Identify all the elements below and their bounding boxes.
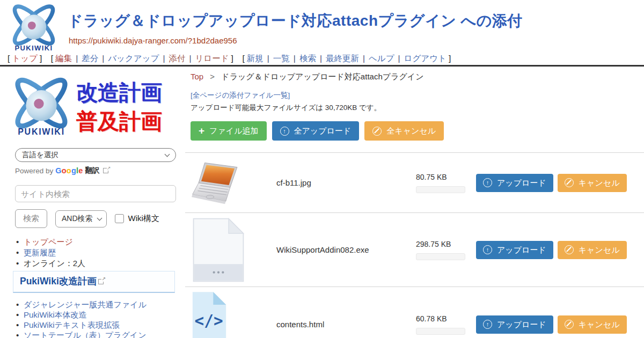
cancel-all-button[interactable]: 全キャンセル [364, 121, 444, 141]
pukiwiki-logo[interactable]: PUKIWIKI [6, 2, 61, 53]
file-row: WikiSupportAddin082.exe 298.75 KB ↑ アップロ… [185, 213, 644, 287]
nav-item-search[interactable]: 検索 [299, 54, 316, 63]
language-select-value: 言語を選択 [22, 150, 58, 160]
upload-button[interactable]: ↑ アップロード [476, 174, 553, 192]
circle-arrow-up-icon: ↑ [483, 245, 492, 254]
search-button[interactable]: 検索 [15, 209, 47, 228]
html-file-icon: </> [192, 291, 276, 338]
sidebar: PUKIWIKI 改造計画 普及計画 言語を選択 Powered by Goog… [0, 67, 185, 338]
file-size: 298.75 KB [416, 240, 476, 248]
site-search-input[interactable] [15, 185, 176, 202]
upload-toolbar: + ファイル追加 ↑ 全アップロード 全キャンセル [191, 121, 644, 141]
file-actions: ↑ アップロード キャンセル [476, 174, 644, 192]
separator: | [267, 54, 269, 63]
nav-item-help[interactable]: ヘルプ [369, 54, 394, 63]
add-files-button[interactable]: + ファイル追加 [191, 121, 267, 141]
powered-by-label: Powered by [15, 167, 53, 175]
translate-link[interactable]: 翻訳 [85, 166, 99, 175]
sidebar-link-list-top: トップページ 更新履歴 オンライン：2人 [16, 237, 185, 269]
circle-arrow-up-icon: ↑ [280, 127, 289, 136]
cancel-button[interactable]: キャンセル [558, 315, 627, 334]
logo-line-fukyu: 普及計画 [76, 107, 162, 136]
nav-item-new[interactable]: 新規 [247, 54, 264, 63]
all-attachments-link[interactable]: [全ページの添付ファイル一覧] [191, 91, 290, 100]
sidebar-item-core-mod[interactable]: PukiWiki本体改造 [24, 310, 87, 319]
breadcrumb-separator: > [210, 72, 215, 81]
bracket: [ [49, 54, 54, 63]
list-item: 更新履歴 [16, 247, 185, 258]
file-name: contents.html [276, 320, 416, 329]
upload-file-list: cf-b11.jpg 80.75 KB ↑ アップロード キャンセル [185, 152, 644, 338]
sidebar-section-header: PukiWiki改造計画 [13, 271, 175, 293]
breadcrumb: Top > ドラッグ＆ドロップアップロード対応attachプラグイン [191, 72, 644, 82]
file-actions: ↑ アップロード キャンセル [476, 315, 644, 334]
list-item: ダジャレンジャー版共通ファイル [16, 299, 185, 310]
top-navigation: [トップ] [編集|差分|バックアップ|添付|リロード] [新規|一覧|検索|最… [5, 53, 453, 64]
sidebar-item-sort-table[interactable]: ソートテーブル（表）プラグイン [24, 330, 147, 338]
page-title: ドラッグ＆ドロップアップロード対応attachプラグイン への添付 [68, 11, 523, 31]
nav-item-list[interactable]: 一覧 [273, 54, 290, 63]
upload-button[interactable]: ↑ アップロード [476, 315, 553, 334]
nav-item-top[interactable]: トップ [12, 54, 38, 63]
chevron-down-icon [165, 152, 170, 157]
list-item: オンライン：2人 [16, 258, 185, 269]
ban-icon [565, 245, 574, 254]
breadcrumb-home[interactable]: Top [191, 72, 203, 81]
search-mode-select[interactable]: AND検索 [55, 210, 107, 227]
logo-line-kaizo: 改造計画 [76, 78, 162, 107]
cancel-button[interactable]: キャンセル [558, 174, 627, 192]
upload-button[interactable]: ↑ アップロード [476, 241, 553, 259]
sidebar-logo[interactable]: PUKIWIKI 改造計画 普及計画 [8, 74, 185, 139]
upload-progress-bar [416, 253, 465, 260]
google-translate-attribution: Powered by Google 翻訳 [15, 166, 185, 175]
sidebar-item-toppage[interactable]: トップページ [24, 237, 73, 246]
online-count: オンライン：2人 [24, 259, 85, 268]
sidebar-item-text-extension[interactable]: PukiWikiテキスト表現拡張 [24, 320, 120, 329]
nav-item-logout[interactable]: ログアウト [404, 54, 447, 63]
logo-brand-text: PUKIWIKI [15, 44, 53, 52]
bracket: ] [449, 54, 451, 63]
generic-file-icon [192, 217, 276, 283]
file-row: </> contents.html 60.78 KB ↑ アップロード キャンセ… [185, 287, 644, 338]
bracket: [ [240, 54, 245, 63]
sidebar-item-history[interactable]: 更新履歴 [24, 248, 56, 257]
file-size: 60.78 KB [416, 314, 476, 323]
list-item: PukiWiki本体改造 [16, 310, 185, 320]
sidebar-item-common-files[interactable]: ダジャレンジャー版共通ファイル [24, 300, 147, 309]
separator: | [102, 54, 104, 63]
nav-item-recent[interactable]: 最終更新 [326, 54, 359, 63]
nav-item-diff[interactable]: 差分 [82, 54, 98, 63]
ban-icon [372, 127, 382, 136]
logo-brand-text: PUKIWIKI [18, 127, 65, 136]
nav-item-edit[interactable]: 編集 [55, 54, 72, 63]
search-mode-value: AND検索 [62, 214, 93, 224]
cancel-button[interactable]: キャンセル [558, 241, 627, 259]
page-url-link[interactable]: https://pukiwiki.dajya-ranger.com/?1bd2d… [69, 36, 237, 45]
bracket: ] [40, 54, 42, 63]
external-link-icon [98, 279, 104, 284]
file-row: cf-b11.jpg 80.75 KB ↑ アップロード キャンセル [185, 153, 644, 213]
separator: | [76, 54, 78, 63]
atom-logo-icon: PUKIWIKI [6, 2, 61, 54]
circle-arrow-up-icon: ↑ [483, 178, 492, 187]
separator: | [294, 54, 296, 63]
list-item: ソートテーブル（表）プラグイン [16, 330, 185, 338]
svg-text:</>: </> [195, 312, 223, 330]
upload-all-button[interactable]: ↑ 全アップロード [272, 121, 360, 141]
nav-item-attach[interactable]: 添付 [169, 54, 185, 63]
wiki-syntax-checkbox[interactable] [115, 214, 124, 223]
section-header-link[interactable]: PukiWiki改造計画 [20, 276, 97, 286]
nav-item-reload[interactable]: リロード [195, 54, 229, 63]
upload-progress-bar [416, 328, 465, 335]
file-actions: ↑ アップロード キャンセル [476, 241, 644, 259]
list-item: PukiWikiテキスト表現拡張 [16, 320, 185, 330]
main-content: Top > ドラッグ＆ドロップアップロード対応attachプラグイン [全ページ… [185, 67, 644, 338]
external-link-icon [103, 168, 108, 173]
separator: | [320, 54, 322, 63]
separator: | [163, 54, 165, 63]
ban-icon [565, 178, 574, 187]
nav-item-backup[interactable]: バックアップ [108, 54, 159, 63]
atom-logo-icon: PUKIWIKI [8, 74, 75, 139]
language-select[interactable]: 言語を選択 [15, 148, 176, 162]
max-upload-size-text: アップロード可能最大ファイルサイズは 30,720KB です。 [191, 103, 644, 113]
